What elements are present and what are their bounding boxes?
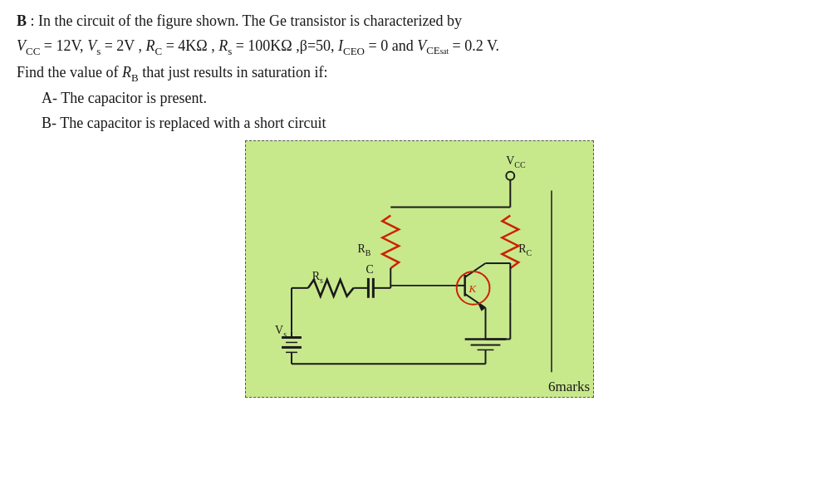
- line3: Find the value of RB that just results i…: [17, 61, 822, 86]
- part-b: B- The capacitor is replaced with a shor…: [17, 112, 822, 135]
- line2: VCC = 12V, Vs = 2V , RC = 4KΩ , Rs = 100…: [17, 35, 822, 60]
- circuit-diagram: VCC RC RB: [245, 140, 594, 398]
- circuit-container: VCC RC RB: [17, 140, 822, 398]
- rb-label: RB: [357, 242, 370, 257]
- rs-resistor: [308, 280, 354, 296]
- problem-text: B : In the circuit of the figure shown. …: [17, 10, 822, 135]
- rc-resistor: [502, 215, 518, 268]
- part-a: A- The capacitor is present.: [17, 87, 822, 110]
- vcc-label: VCC: [506, 154, 526, 169]
- line1: B : In the circuit of the figure shown. …: [17, 10, 822, 33]
- problem-label: B: [17, 12, 27, 29]
- marks-label: 6marks: [545, 377, 593, 397]
- transistor-label: K: [469, 282, 478, 295]
- cap-label: C: [366, 263, 373, 276]
- rc-label: RC: [518, 242, 532, 257]
- vcc-node: [506, 172, 514, 180]
- circuit-svg: VCC RC RB: [246, 141, 593, 397]
- rb-resistor: [382, 215, 399, 268]
